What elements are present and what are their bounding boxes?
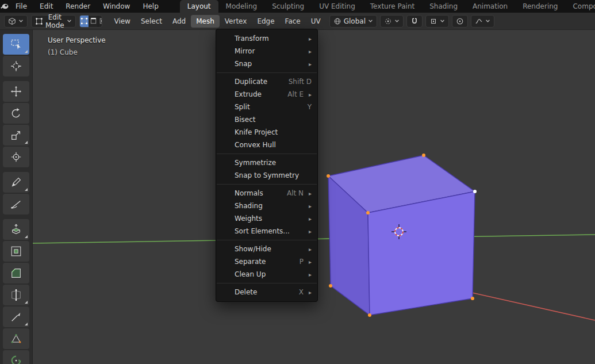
menu-item-label: Delete [235,288,291,296]
poly-build-tool-icon [10,332,22,345]
viewport-text-overlay: User Perspective (1) Cube [48,35,106,59]
workspace-tab-shading[interactable]: Shading [422,0,465,13]
menu-item-weights[interactable]: Weights▸ [216,212,317,225]
annotate-tool-icon [10,176,22,189]
topbar-menu-window[interactable]: Window [97,0,136,13]
edge-select-mode-button[interactable] [89,16,98,27]
knife-tool-icon [10,311,22,323]
menu-item-separate[interactable]: SeparateP▸ [216,255,317,268]
menu-item-mirror[interactable]: Mirror▸ [216,45,317,58]
cube-vertex[interactable] [329,284,332,288]
tool-cursor[interactable] [3,56,29,76]
menu-item-split[interactable]: SplitY [216,101,317,113]
tool-transform[interactable] [3,147,29,167]
menu-item-bisect[interactable]: Bisect [216,113,317,126]
submenu-arrow-icon: ▸ [306,91,312,98]
face-select-mode-button[interactable] [98,16,103,27]
tool-spin[interactable] [3,350,29,364]
menu-item-convex-hull[interactable]: Convex Hull [216,139,317,151]
submenu-arrow-icon: ▸ [306,228,312,235]
tool-extrude-region[interactable] [3,219,29,240]
topbar-menu-render[interactable]: Render [59,0,97,13]
viewport-menu-select[interactable]: Select [136,15,167,28]
menu-item-shading[interactable]: Shading▸ [216,200,317,212]
blender-logo-icon[interactable] [0,0,9,13]
move-tool-icon [10,85,22,98]
tool-select-box[interactable] [3,34,29,55]
viewport-menu-face[interactable]: Face [280,15,306,28]
vertex-select-icon [80,17,89,25]
menu-item-transform[interactable]: Transform▸ [216,32,317,45]
menu-item-knife-project[interactable]: Knife Project [216,126,317,139]
menu-item-shortcut: X [299,288,304,296]
workspace-tab-modeling[interactable]: Modeling [218,0,265,13]
vertex-select-mode-button[interactable] [80,16,89,27]
viewport-menu-uv[interactable]: UV [306,15,326,28]
menu-separator [217,154,317,154]
topbar-menu-help[interactable]: Help [136,0,164,13]
loop-cut-tool-icon [10,289,22,301]
editor-type-icon [8,17,16,25]
menu-item-symmetrize[interactable]: Symmetrize [216,156,317,169]
tool-scale[interactable] [3,125,29,145]
mode-dropdown[interactable]: Edit Mode [31,15,76,28]
viewport-menu-add[interactable]: Add [167,15,191,28]
measure-tool-icon [10,198,22,210]
topbar-menu-file[interactable]: File [9,0,33,13]
workspace-tab-texture-paint[interactable]: Texture Paint [363,0,422,13]
menu-item-snap[interactable]: Snap▸ [216,58,317,70]
orientation-dropdown[interactable]: Global [329,15,377,28]
menu-item-clean-up[interactable]: Clean Up▸ [216,268,317,281]
cube-active-vertex[interactable] [473,190,477,193]
cube-front-face[interactable] [368,191,475,315]
tool-move[interactable] [3,81,29,102]
workspace-tab-uv-editing[interactable]: UV Editing [312,0,363,13]
menu-item-extrude[interactable]: ExtrudeAlt E▸ [216,88,317,101]
scale-tool-icon [10,129,22,141]
tool-inset-faces[interactable] [3,241,29,262]
tool-rotate[interactable] [3,103,29,124]
menu-item-duplicate[interactable]: DuplicateShift D [216,75,317,88]
menu-item-show-hide[interactable]: Show/Hide▸ [216,243,317,255]
tool-knife[interactable] [3,306,29,327]
mesh-select-mode-group [79,15,103,28]
workspace-tab-layout[interactable]: Layout [180,0,218,13]
workspace-tab-animation[interactable]: Animation [465,0,515,13]
submenu-arrow-icon: ▸ [306,190,312,197]
menu-item-label: Show/Hide [235,245,304,253]
tool-poly-build[interactable] [3,328,29,349]
menu-item-sort-elements[interactable]: Sort Elements...▸ [216,225,317,237]
menu-separator [217,184,317,185]
menu-item-snap-to-symmetry[interactable]: Snap to Symmetry [216,169,317,182]
mesh-menu-dropdown: Transform▸Mirror▸Snap▸DuplicateShift DEx… [216,29,318,302]
proportional-editing-toggle[interactable] [452,15,468,28]
cube-vertex[interactable] [327,174,330,178]
cube-vertex[interactable] [471,297,474,300]
menu-item-delete[interactable]: DeleteX▸ [216,286,317,298]
viewport-menu-vertex[interactable]: Vertex [220,15,252,28]
workspace-tab-sculpting[interactable]: Sculpting [264,0,312,13]
falloff-dropdown[interactable] [471,15,494,28]
tool-measure[interactable] [3,194,29,214]
tool-bevel[interactable] [3,263,29,283]
pivot-dropdown[interactable] [380,15,404,28]
viewport-menu-edge[interactable]: Edge [252,15,279,28]
tool-loop-cut[interactable] [3,285,29,305]
submenu-arrow-icon: ▸ [306,246,312,252]
viewport-menu-view[interactable]: View [109,15,135,28]
menu-item-label: Convex Hull [235,141,312,149]
snap-toggle[interactable] [406,15,423,28]
cube-vertex[interactable] [366,211,370,214]
workspace-tab-rendering[interactable]: Rendering [515,0,565,13]
viewport-menu-mesh[interactable]: Mesh [191,15,220,28]
cube-vertex[interactable] [422,154,425,157]
topbar-menu-edit[interactable]: Edit [33,0,59,13]
cube-vertex[interactable] [368,313,371,317]
tool-annotate[interactable] [3,172,29,193]
snap-settings-dropdown[interactable] [425,15,449,28]
chevron-down-icon [440,18,445,24]
editor-type-button[interactable] [4,15,28,28]
workspace-tab-compositing[interactable]: Compositing [565,0,595,13]
select-box-tool-icon [10,38,22,51]
menu-item-normals[interactable]: NormalsAlt N▸ [216,187,317,200]
